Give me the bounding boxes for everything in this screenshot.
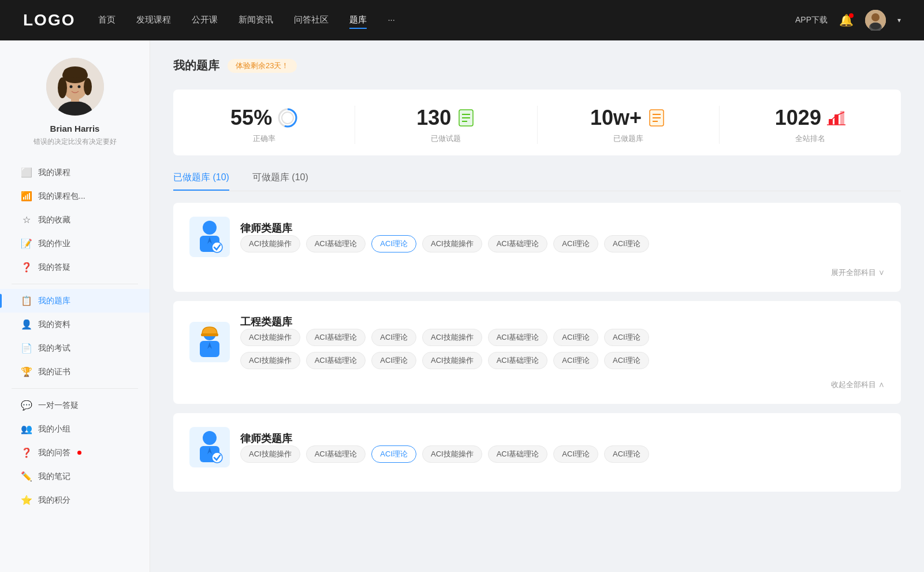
tag-law2-basic-2[interactable]: ACI基础理论 [488,445,548,463]
tag-eng-basic-2[interactable]: ACI基础理论 [488,329,548,346]
sidebar-item-certificates[interactable]: 🏆 我的证书 [0,360,150,384]
tag-aci-theory-2[interactable]: ACI理论 [553,235,598,252]
qbank-card-lawyer-1: 律师类题库 ACI技能操作 ACI基础理论 ACI理论 ACI技能操作 ACI基… [173,203,901,292]
nav-home[interactable]: 首页 [98,12,116,29]
tag-law2-skill-1[interactable]: ACI技能操作 [240,445,300,463]
sidebar-label-exams: 我的考试 [38,343,70,354]
sidebar-item-my-questions[interactable]: ❓ 我的问答 [0,441,150,465]
tag-aci-theory-basic-1[interactable]: ACI基础理论 [306,235,366,252]
tag-aci-theory-3[interactable]: ACI理论 [604,235,649,252]
stat-correct-label: 正确率 [253,133,275,144]
tag-eng-skill-1[interactable]: ACI技能操作 [240,329,300,346]
stat-done-value: 130 [416,106,451,130]
tag-eng-skill-3[interactable]: ACI技能操作 [240,352,300,369]
sidebar-item-course-packages[interactable]: 📶 我的课程包... [0,184,150,208]
tag-eng-theory-5[interactable]: ACI理论 [553,352,598,369]
qbank-tags-section-engineer: 工程类题库 ACI技能操作 ACI基础理论 ACI理论 ACI技能操作 ACI基… [240,315,885,369]
stat-banks-label: 已做题库 [613,133,643,144]
question-icon: ❓ [21,262,32,273]
tags-lawyer-1: ACI技能操作 ACI基础理论 ACI理论 ACI技能操作 ACI基础理论 AC… [240,235,885,252]
svg-point-9 [58,77,67,98]
user-avatar[interactable] [865,10,886,31]
sidebar-item-favorites[interactable]: ☆ 我的收藏 [0,208,150,232]
tag-eng-basic-1[interactable]: ACI基础理论 [306,329,366,346]
tag-eng-theory-6[interactable]: ACI理论 [604,352,649,369]
qbank-tags-section-lawyer-1: 律师类题库 ACI技能操作 ACI基础理论 ACI理论 ACI技能操作 ACI基… [240,221,885,252]
sidebar-item-profile[interactable]: 👤 我的资料 [0,313,150,336]
qbank-header-engineer: 工程类题库 ACI技能操作 ACI基础理论 ACI理论 ACI技能操作 ACI基… [189,315,885,369]
qbank-tags-section-lawyer-2: 律师类题库 ACI技能操作 ACI基础理论 ACI理论 ACI技能操作 ACI基… [240,432,885,463]
sidebar-item-groups[interactable]: 👥 我的小组 [0,417,150,441]
sidebar-item-points[interactable]: ⭐ 我的积分 [0,488,150,512]
notification-bell-icon[interactable]: 🔔 [839,13,854,27]
lawyer-icon-svg-2 [194,430,225,465]
tag-eng-skill-4[interactable]: ACI技能操作 [422,352,482,369]
sidebar-item-qbank[interactable]: 📋 我的题库 [0,289,150,313]
stat-correct-rate: 55% 正确率 [173,106,355,144]
doc-orange-icon [647,109,666,127]
nav-open-course[interactable]: 公开课 [192,12,218,29]
nav-more[interactable]: ··· [388,12,395,29]
sidebar-label-tutoring: 一对一答疑 [38,400,79,411]
qbank-header-lawyer-2: 律师类题库 ACI技能操作 ACI基础理论 ACI理论 ACI技能操作 ACI基… [189,427,885,467]
sidebar-label-notes: 我的笔记 [38,471,70,482]
sidebar-item-notes[interactable]: ✏️ 我的笔记 [0,465,150,488]
tags-engineer-row2: ACI技能操作 ACI基础理论 ACI理论 ACI技能操作 ACI基础理论 AC… [240,352,885,369]
nav-news[interactable]: 新闻资讯 [239,12,273,29]
svg-point-31 [203,221,217,235]
user-menu-chevron-icon[interactable]: ▾ [897,16,901,24]
tag-aci-skill-1[interactable]: ACI技能操作 [240,235,300,252]
nav-qbank[interactable]: 题库 [349,12,367,29]
sidebar-item-exams[interactable]: 📄 我的考试 [0,336,150,360]
svg-point-10 [84,78,92,95]
collapse-engineer[interactable]: 收起全部科目 ∧ [189,380,885,390]
tag-eng-theory-4[interactable]: ACI理论 [371,352,416,369]
nav-discover[interactable]: 发现课程 [136,12,171,29]
sidebar-item-tutoring[interactable]: 💬 一对一答疑 [0,393,150,417]
notes-icon: ✏️ [21,471,32,482]
sidebar-divider-2 [12,388,138,389]
tag-law2-skill-2[interactable]: ACI技能操作 [422,445,482,463]
group-icon: 👥 [21,424,32,434]
app-download-button[interactable]: APP下载 [795,15,828,25]
exam-icon: 📄 [21,343,32,354]
my-question-icon: ❓ [21,447,32,458]
stat-ranking-top: 1029 [775,106,845,130]
tag-law2-theory-2[interactable]: ACI理论 [553,445,598,463]
sidebar-label-certificates: 我的证书 [38,367,70,377]
qbank-name-engineer: 工程类题库 [240,315,885,329]
tag-eng-theory-3[interactable]: ACI理论 [604,329,649,346]
tag-aci-basic-2[interactable]: ACI基础理论 [488,235,548,252]
svg-point-16 [282,112,293,124]
sidebar-item-homework[interactable]: 📝 我的作业 [0,232,150,255]
qbank-icon-engineer [189,322,230,362]
tag-eng-basic-4[interactable]: ACI基础理论 [488,352,548,369]
tag-eng-basic-3[interactable]: ACI基础理论 [306,352,366,369]
tag-law2-basic-1[interactable]: ACI基础理论 [306,445,366,463]
tag-law2-theory-3[interactable]: ACI理论 [604,445,649,463]
expand-lawyer-1[interactable]: 展开全部科目 ∨ [189,268,885,278]
sidebar-divider-1 [12,284,138,284]
tab-done-banks[interactable]: 已做题库 (10) [173,172,229,191]
sidebar-item-my-courses[interactable]: ⬜ 我的课程 [0,161,150,184]
tag-aci-skill-2[interactable]: ACI技能操作 [422,235,482,252]
tag-aci-theory-active-1[interactable]: ACI理论 [371,235,416,252]
trial-badge: 体验剩余23天！ [228,59,297,73]
tag-eng-skill-2[interactable]: ACI技能操作 [422,329,482,346]
tags-lawyer-2: ACI技能操作 ACI基础理论 ACI理论 ACI技能操作 ACI基础理论 AC… [240,445,885,463]
qbank-icon-lawyer-1 [189,217,230,257]
qbank-name-lawyer-2: 律师类题库 [240,432,885,445]
stat-done-questions: 130 已做试题 [355,106,537,144]
sidebar-label-my-questions: 我的问答 [38,448,70,458]
tag-eng-theory-1[interactable]: ACI理论 [371,329,416,346]
tag-law2-theory-active[interactable]: ACI理论 [371,445,416,463]
tag-eng-theory-2[interactable]: ACI理论 [553,329,598,346]
stat-correct-top: 55% [230,106,297,130]
logo: LOGO [23,11,75,29]
sidebar-avatar [46,58,104,116]
nav-qa[interactable]: 问答社区 [294,12,329,29]
page-header: 我的题库 体验剩余23天！ [173,58,901,73]
sidebar-item-questions[interactable]: ❓ 我的答疑 [0,255,150,279]
svg-point-42 [212,452,222,463]
tab-available-banks[interactable]: 可做题库 (10) [252,172,308,191]
